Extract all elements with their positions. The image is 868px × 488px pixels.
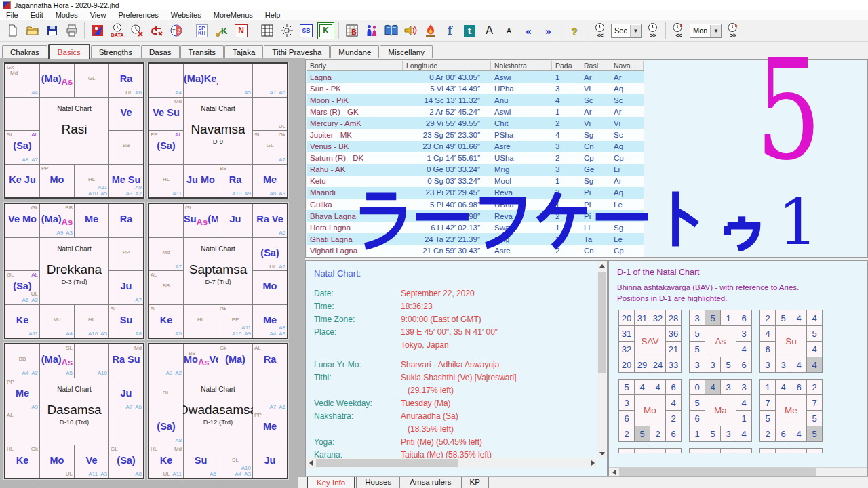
- bottom-tab-kp[interactable]: KP: [461, 477, 489, 488]
- tab-strengths[interactable]: Strengths: [91, 45, 140, 58]
- menu-item-view[interactable]: View: [84, 11, 113, 19]
- table-row[interactable]: Rahu - AK0 Ge 03′ 33.24″Mrig3GeLi: [307, 164, 644, 176]
- cell-planets: Me: [75, 214, 108, 224]
- new-file-button[interactable]: [3, 21, 22, 40]
- timezone-button[interactable]: TZ: [167, 21, 185, 40]
- save-file-button[interactable]: [43, 21, 61, 40]
- conch-speaker-button[interactable]: [401, 21, 420, 40]
- menu-item-help[interactable]: Help: [259, 11, 287, 19]
- cell: 3: [552, 85, 580, 93]
- cell: Li: [610, 165, 644, 174]
- table-row[interactable]: Hora Lagna6 Li 42′ 02.13″Swat1LiSg: [307, 222, 644, 233]
- karaka-key-button[interactable]: K: [212, 21, 231, 40]
- column-header[interactable]: Pada: [552, 61, 580, 70]
- sarvashtakavarga-button[interactable]: SB: [297, 21, 315, 40]
- open-file-button[interactable]: [23, 21, 41, 40]
- table-row[interactable]: Jupiter - MK23 Sg 25′ 23.30″PSha4SgSc: [307, 129, 644, 140]
- natal-horizontal-scrollbar[interactable]: [306, 458, 597, 468]
- table-row[interactable]: Gulika5 Pi 40′ 06.98″UBha1PiLe: [307, 199, 644, 210]
- scrollbar-thumb[interactable]: [316, 459, 458, 467]
- table-row[interactable]: Ghati Lagna24 Ta 23′ 21.39″Mrig1TaLe: [307, 233, 644, 245]
- twitter-button[interactable]: t: [460, 21, 479, 40]
- menu-item-preferences[interactable]: Preferences: [112, 11, 164, 19]
- scroll-up-button[interactable]: [597, 261, 607, 270]
- tab-mundane[interactable]: Mundane: [330, 45, 379, 58]
- scroll-left-button[interactable]: [609, 468, 618, 477]
- facebook-button[interactable]: f: [441, 21, 459, 40]
- menu-item-websites[interactable]: Websites: [165, 11, 208, 19]
- bhava-grid-button[interactable]: B: [342, 21, 361, 40]
- homa-flame-button[interactable]: [421, 21, 439, 40]
- cell-planets: Ve: [109, 108, 143, 118]
- scroll-left-button[interactable]: [306, 458, 315, 468]
- scrollbar-thumb[interactable]: [619, 468, 816, 476]
- birth-data-button[interactable]: DATA: [108, 21, 126, 40]
- table-row[interactable]: Sun - PK5 Vi 43′ 14.49″UPha3ViAq: [307, 83, 644, 94]
- column-header[interactable]: Nakshatra: [491, 61, 552, 70]
- nakshatra-n-button[interactable]: N: [232, 21, 250, 40]
- table-row[interactable]: Ketu0 Sg 03′ 33.24″Mool1SgAr: [307, 176, 644, 187]
- scrollbar-thumb[interactable]: [598, 272, 606, 373]
- tab-tajaka[interactable]: Tajaka: [224, 45, 263, 58]
- table-row[interactable]: Moon - PiK14 Sc 13′ 11.32″Anu4ScSc: [307, 94, 644, 106]
- table-row[interactable]: Vighati Lagna21 Cn 59′ 30.43″Asre2CnCp: [307, 245, 644, 256]
- chart-cell: [109, 411, 143, 445]
- jhora-splash-button[interactable]: [88, 21, 106, 40]
- tab-dasas[interactable]: Dasas: [141, 45, 180, 58]
- chart-cell: MdA7: [149, 238, 183, 271]
- table-row[interactable]: Bhava Lagna21 Pi 01′ 42.98″Reva2PiCp: [307, 210, 644, 222]
- chart-grid-button[interactable]: [258, 21, 276, 40]
- cell: Li: [580, 224, 610, 232]
- scroll-down-button[interactable]: [597, 449, 607, 458]
- cell-arudhas: A9A3 A2: [125, 184, 142, 197]
- undo-time-button[interactable]: [147, 21, 165, 40]
- tab-tithi-pravesha[interactable]: Tithi Pravesha: [264, 45, 330, 58]
- time-step-unit-select[interactable]: Sec▼: [611, 24, 642, 38]
- sphuta-khavedamsa-button[interactable]: SPKH: [193, 21, 211, 40]
- green-k-box-button[interactable]: K: [317, 21, 335, 40]
- print-button[interactable]: [62, 21, 81, 40]
- sun-rays-button[interactable]: [277, 21, 296, 40]
- menu-item-edit[interactable]: Edit: [24, 11, 50, 19]
- date-step-forward-button[interactable]: >>: [724, 21, 742, 40]
- column-header[interactable]: Rasi: [580, 61, 610, 70]
- cell-label: HL: [149, 176, 183, 182]
- tab-chakras[interactable]: Chakras: [2, 45, 47, 58]
- book-button[interactable]: [382, 21, 400, 40]
- date-step-back-button[interactable]: <<: [669, 21, 688, 40]
- column-header[interactable]: Body: [307, 61, 403, 70]
- font-decrease-button[interactable]: A: [500, 21, 518, 40]
- time-step-forward-button[interactable]: >>: [644, 21, 662, 40]
- bottom-tab-houses[interactable]: Houses: [356, 477, 400, 488]
- family-button[interactable]: [362, 21, 380, 40]
- scroll-right-button[interactable]: [588, 458, 597, 468]
- table-row[interactable]: Mars (R) - GK2 Ar 52′ 45.24″Aswi1ArAr: [307, 106, 644, 117]
- time-step-back-button[interactable]: <<: [591, 21, 609, 40]
- cell: 2 Ar 52′ 45.24″: [403, 108, 491, 116]
- tab-transits[interactable]: Transits: [180, 45, 224, 58]
- table-row[interactable]: Lagna0 Ar 00′ 43.05″Aswi1ArAr: [307, 71, 644, 83]
- bav-horizontal-scrollbar[interactable]: [609, 467, 867, 477]
- font-increase-button[interactable]: A: [480, 21, 498, 40]
- info-row: Nakshatra:Anuraadha (Sa): [314, 410, 607, 423]
- natal-vertical-scrollbar[interactable]: [597, 261, 607, 458]
- column-header[interactable]: Nava...: [610, 61, 644, 70]
- menu-item-moremenus[interactable]: MoreMenus: [208, 11, 259, 19]
- help-button[interactable]: ?: [565, 21, 583, 40]
- table-row[interactable]: Saturn (R) - DK1 Cp 14′ 55.61″USha2CpCp: [307, 152, 644, 164]
- table-row[interactable]: Maandi23 Pi 20′ 29.45″Reva3PiAq: [307, 187, 644, 199]
- menu-item-modes[interactable]: Modes: [50, 11, 84, 19]
- column-header[interactable]: Longitude: [403, 61, 491, 70]
- navigate-back-button[interactable]: «: [519, 21, 538, 40]
- bottom-tab-amsa-rulers[interactable]: Amsa rulers: [401, 477, 460, 488]
- bottom-tab-key-info[interactable]: Key Info: [307, 477, 355, 488]
- tab-basics[interactable]: Basics: [48, 44, 90, 59]
- navigate-forward-button[interactable]: »: [539, 21, 557, 40]
- date-step-unit-select[interactable]: Mon▼: [690, 24, 722, 38]
- bav-cell: 4: [807, 342, 822, 357]
- table-row[interactable]: Venus - BK23 Cn 49′ 01.66″Asre3CnAq: [307, 141, 644, 152]
- delete-time-button[interactable]: [127, 21, 146, 40]
- tab-miscellany[interactable]: Miscellany: [380, 45, 433, 58]
- table-row[interactable]: Mercury - AmK29 Vi 55′ 49.55″Chit2ViVi: [307, 117, 644, 129]
- menu-item-file[interactable]: File: [0, 11, 24, 19]
